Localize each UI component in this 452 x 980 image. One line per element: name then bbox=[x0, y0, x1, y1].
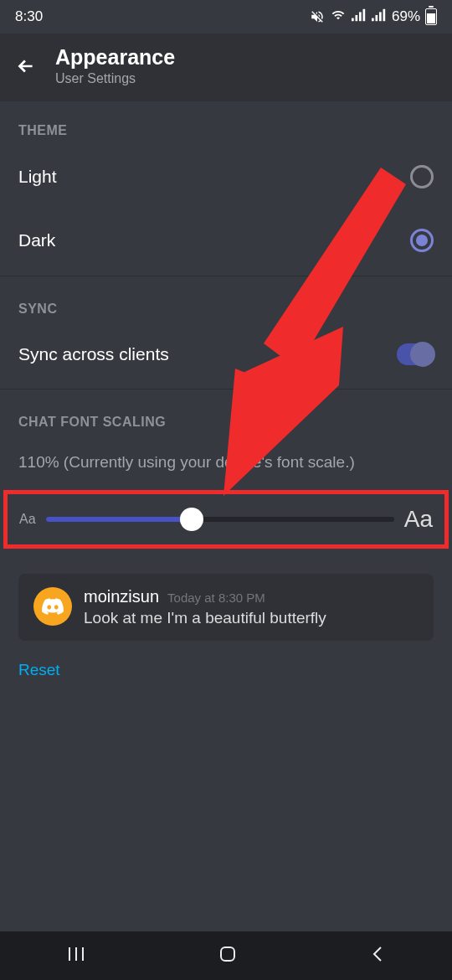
nav-home-icon[interactable] bbox=[218, 944, 238, 967]
header: Appearance User Settings bbox=[0, 34, 452, 101]
nav-recent-icon[interactable] bbox=[66, 946, 86, 966]
section-theme-label: THEME bbox=[0, 101, 452, 145]
theme-dark-label: Dark bbox=[18, 230, 55, 250]
slider-thumb[interactable] bbox=[180, 508, 203, 531]
android-nav-bar bbox=[0, 931, 452, 980]
divider bbox=[0, 276, 452, 276]
page-subtitle: User Settings bbox=[55, 71, 175, 86]
radio-unselected[interactable] bbox=[410, 165, 434, 188]
svg-rect-5 bbox=[375, 15, 378, 21]
battery-percent: 69% bbox=[392, 8, 420, 25]
svg-rect-4 bbox=[372, 18, 374, 21]
annotation-highlight-box: Aa Aa bbox=[3, 490, 449, 549]
svg-rect-1 bbox=[355, 15, 357, 21]
nav-back-icon[interactable] bbox=[369, 944, 386, 967]
svg-rect-7 bbox=[383, 8, 385, 20]
svg-rect-6 bbox=[379, 12, 382, 21]
theme-light-row[interactable]: Light bbox=[0, 145, 452, 209]
preview-timestamp: Today at 8:30 PM bbox=[167, 591, 265, 605]
wifi-icon bbox=[330, 8, 347, 26]
svg-rect-14 bbox=[221, 947, 234, 961]
preview-message-text: Look at me I'm a beautiful butterfly bbox=[84, 609, 419, 627]
theme-dark-row[interactable]: Dark bbox=[0, 209, 452, 272]
font-small-glyph: Aa bbox=[19, 512, 36, 527]
toggle-on[interactable] bbox=[397, 343, 434, 365]
slider-fill bbox=[46, 517, 193, 522]
status-bar: 8:30 69% bbox=[0, 0, 452, 34]
radio-selected[interactable] bbox=[410, 229, 434, 252]
divider bbox=[0, 389, 452, 389]
back-icon[interactable] bbox=[15, 55, 37, 77]
mute-icon bbox=[310, 9, 325, 24]
signal-icon-2 bbox=[372, 8, 387, 26]
signal-icon-1 bbox=[352, 8, 367, 26]
status-time: 8:30 bbox=[15, 8, 43, 25]
battery-icon bbox=[425, 8, 437, 25]
theme-light-label: Light bbox=[18, 167, 57, 187]
svg-rect-0 bbox=[352, 18, 354, 21]
font-scale-slider[interactable] bbox=[46, 517, 394, 522]
svg-rect-3 bbox=[362, 8, 365, 20]
sync-row[interactable]: Sync across clients bbox=[0, 323, 452, 385]
font-scale-info: 110% (Currently using your device's font… bbox=[0, 436, 452, 483]
page-title: Appearance bbox=[55, 45, 175, 70]
status-right: 69% bbox=[310, 8, 437, 26]
avatar bbox=[33, 587, 72, 626]
section-font-label: CHAT FONT SCALING bbox=[0, 393, 452, 436]
reset-button[interactable]: Reset bbox=[0, 641, 452, 699]
svg-rect-2 bbox=[359, 12, 362, 21]
sync-label: Sync across clients bbox=[18, 344, 169, 364]
preview-message: moinzisun Today at 8:30 PM Look at me I'… bbox=[18, 574, 434, 641]
preview-username: moinzisun bbox=[84, 587, 159, 606]
font-large-glyph: Aa bbox=[404, 506, 433, 533]
section-sync-label: SYNC bbox=[0, 280, 452, 323]
